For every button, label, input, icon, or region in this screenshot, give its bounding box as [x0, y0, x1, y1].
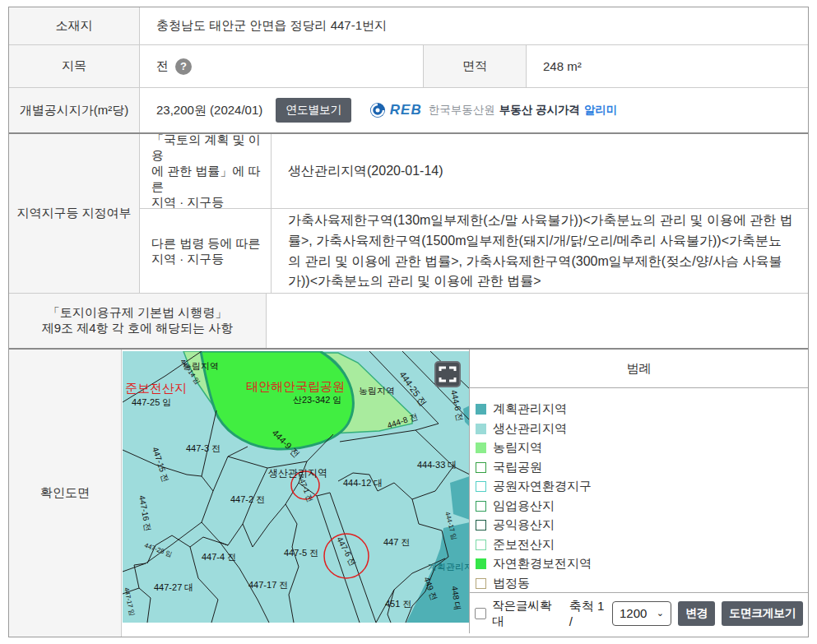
reb-alimi-link[interactable]: 알리미	[584, 103, 618, 118]
official-price-cell: 23,200원 (2024/01) 연도별보기 REB 한국부동산원 부동산 공…	[139, 88, 808, 132]
scale-prefix-label: 축척 1 /	[569, 599, 606, 628]
legend-label: 공원자연환경지구	[493, 479, 592, 494]
map-content: 농림지역준보전산지447-25 임태안해안국립공원산23-342 임농림지역44…	[121, 350, 808, 637]
legend-item: 임업용산지	[476, 497, 808, 517]
year-view-button[interactable]: 연도별보기	[276, 98, 351, 123]
row-location: 소재지 충청남도 태안군 안면읍 정당리 447-1번지	[9, 7, 808, 44]
legend-label: 자연환경보전지역	[493, 556, 592, 572]
legend-label: 준보전산지	[493, 537, 555, 553]
legend-item: 계획관리지역	[476, 400, 808, 419]
map-parcel-label: 447-5 전	[284, 548, 318, 558]
map-parcel-label: 451 전	[385, 599, 411, 609]
row-zone-designation: 지역지구등 지정여부 「국토의 계획 및 이용 에 관한 법률」에 따른 지역 …	[9, 132, 808, 293]
zone-law-label: 「국토의 계획 및 이용 에 관한 법률」에 따른 지역 · 지구등	[140, 134, 272, 208]
legend-swatch	[476, 501, 486, 512]
map-parcel-label: 447 전	[383, 537, 410, 547]
scale-select-value: 1200	[620, 606, 647, 620]
map-enlarge-button[interactable]: 도면크게보기	[722, 601, 803, 626]
legend-label: 법정동	[493, 576, 530, 591]
legend-label: 공익용산지	[493, 517, 555, 533]
zone-law-value: 생산관리지역(2020-01-14)	[272, 134, 808, 208]
map-parcel-label: 447-25 임	[132, 397, 171, 407]
land-category-label: 지목	[9, 45, 139, 87]
land-category-value: 전	[156, 58, 169, 74]
legend-swatch	[476, 404, 486, 415]
legend-label: 농림지역	[493, 440, 542, 456]
map-controls-bar: 작은글씨확대 축척 1 / 1200 ⌄ 변경 도면크게보기	[470, 592, 808, 633]
chevron-down-icon: ⌄	[657, 608, 664, 619]
map-parcel-label: 447-27 대	[154, 582, 193, 592]
small-text-checkbox[interactable]	[475, 608, 486, 619]
legend-swatch	[476, 578, 486, 589]
map-parcel-label: 농림지역	[359, 386, 395, 396]
legend-item: 농림지역	[476, 438, 808, 458]
fullscreen-icon[interactable]	[435, 362, 460, 387]
map-parcel-label: 444-12 대	[343, 478, 383, 488]
legend-swatch	[476, 462, 486, 473]
legend-item: 국립공원	[476, 458, 808, 478]
zone-other-row: 다른 법령 등에 따른 지역 · 지구등 가축사육제한구역(130m일부제한(소…	[140, 208, 808, 294]
land-category-value-cell: 전 ?	[139, 45, 423, 87]
location-value: 충청남도 태안군 안면읍 정당리 447-1번지	[139, 7, 808, 44]
legend-item: 생산관리지역	[476, 419, 808, 439]
zone-law-row: 「국토의 계획 및 이용 에 관한 법률」에 따른 지역 · 지구등 생산관리지…	[140, 134, 808, 208]
regulation-value	[266, 294, 808, 348]
legend-item: 공원자연환경지구	[476, 477, 808, 497]
area-value: 248 m²	[526, 45, 808, 87]
zone-other-value: 가축사육제한구역(130m일부제한(소/말 사육불가))<가축분뇨의 관리 및 …	[272, 209, 808, 294]
legend-label: 계획관리지역	[493, 401, 567, 417]
map-parcel-label: 444-33 대	[417, 460, 457, 470]
reb-branding: REB 한국부동산원 부동산 공시가격 알리미	[369, 102, 618, 118]
map-parcel-label: 447-3 전	[186, 443, 220, 453]
area-label: 면적	[423, 45, 526, 87]
legend-item: 준보전산지	[476, 535, 808, 555]
reb-service-text: 부동산 공시가격	[499, 103, 580, 118]
row-regulation: 「토지이용규제 기본법 시행령」 제9조 제4항 각 호에 해당되는 사항	[9, 293, 808, 348]
regulation-label: 「토지이용규제 기본법 시행령」 제9조 제4항 각 호에 해당되는 사항	[9, 294, 266, 348]
legend-title: 범례	[470, 350, 808, 388]
land-info-table: 소재지 충청남도 태안군 안면읍 정당리 447-1번지 지목 전 ? 면적 2…	[8, 7, 809, 637]
legend-label: 생산관리지역	[493, 421, 567, 437]
zone-subtable: 「국토의 계획 및 이용 에 관한 법률」에 따른 지역 · 지구등 생산관리지…	[139, 134, 808, 293]
zone-other-label: 다른 법령 등에 따른 지역 · 지구등	[140, 209, 272, 294]
legend-swatch	[476, 481, 486, 492]
legend-item: 법정동	[476, 574, 808, 594]
row-category-area: 지목 전 ? 면적 248 m²	[9, 44, 808, 87]
map-parcel-label: 준보전산지	[125, 381, 187, 395]
location-label: 소재지	[9, 7, 139, 44]
legend-panel: 범례 계획관리지역생산관리지역농림지역국립공원공원자연환경지구임업용산지공익용산…	[469, 350, 808, 633]
legend-swatch	[476, 442, 486, 453]
legend-swatch	[476, 424, 486, 434]
help-icon[interactable]: ?	[175, 58, 192, 75]
legend-swatch	[476, 540, 486, 550]
legend-item: 자연환경보전지역	[476, 554, 808, 574]
legend-swatch	[476, 558, 486, 569]
official-price-label: 개별공시지가(m²당)	[9, 88, 139, 132]
map-parcel-label: 447-2 전	[230, 494, 265, 504]
map-parcel-label: 447-4 전	[202, 552, 236, 562]
land-use-report-page: 소재지 충청남도 태안군 안면읍 정당리 447-1번지 지목 전 ? 면적 2…	[0, 0, 817, 644]
legend-label: 임업용산지	[493, 498, 555, 514]
small-text-label: 작은글씨확대	[492, 598, 555, 629]
legend-list: 계획관리지역생산관리지역농림지역국립공원공원자연환경지구임업용산지공익용산지준보…	[470, 388, 808, 593]
reb-org-text: 한국부동산원	[429, 103, 495, 118]
legend-swatch	[476, 520, 486, 530]
official-price-value: 23,200원 (2024/01)	[156, 103, 262, 118]
map-section-label: 확인도면	[9, 350, 121, 637]
scale-change-button[interactable]: 변경	[678, 601, 715, 626]
map-parcel-label: 계획관리지역	[428, 562, 470, 572]
map-parcel-label: 산23-342 임	[293, 395, 341, 405]
reb-logo-icon	[369, 102, 386, 118]
legend-label: 국립공원	[493, 460, 542, 475]
scale-select[interactable]: 1200 ⌄	[612, 601, 671, 626]
map-parcel-label: 447-17 전	[248, 580, 288, 590]
map-parcel-label: 태안해안국립공원	[246, 379, 345, 393]
cadastral-map[interactable]: 농림지역준보전산지447-25 임태안해안국립공원산23-342 임농림지역44…	[123, 351, 470, 623]
reb-brand-text: REB	[390, 102, 422, 118]
legend-item: 공익용산지	[476, 516, 808, 535]
zone-section-label: 지역지구등 지정여부	[9, 134, 139, 293]
row-official-price: 개별공시지가(m²당) 23,200원 (2024/01) 연도별보기 REB …	[9, 87, 808, 132]
row-map: 확인도면	[9, 348, 808, 637]
